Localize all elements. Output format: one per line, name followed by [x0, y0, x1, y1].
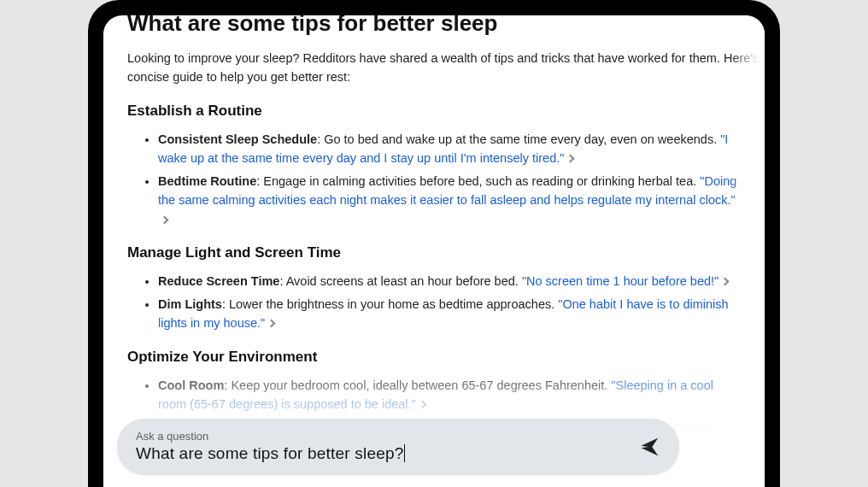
- item-text: Keep your bedroom cool, ideally between …: [231, 378, 611, 392]
- item-title: Dim Lights: [158, 297, 222, 311]
- sep: :: [222, 297, 229, 311]
- sep: :: [279, 274, 285, 288]
- screen: What are some tips for better sleep Look…: [103, 15, 765, 487]
- item-text: Avoid screens at least an hour before be…: [286, 274, 522, 288]
- sep: :: [317, 132, 324, 146]
- chevron-right-icon: [721, 278, 730, 286]
- intro-line2: concise guide to help you get better res…: [127, 70, 350, 84]
- item-text: Lower the brightness in your home as bed…: [229, 297, 558, 311]
- question-input[interactable]: What are some tips for better sleep?: [136, 443, 625, 464]
- item-title: Bedtime Routine: [158, 174, 256, 188]
- section-heading: Optimize Your Environment: [127, 349, 741, 366]
- input-value-text: What are some tips for better sleep?: [136, 444, 403, 462]
- chevron-right-icon: [418, 401, 426, 409]
- text-cursor-icon: [404, 444, 405, 462]
- send-icon: [638, 435, 662, 459]
- question-input-bar[interactable]: Ask a question What are some tips for be…: [117, 419, 679, 475]
- item-title: Reduce Screen Time: [158, 274, 279, 288]
- list-item: Bedtime Routine: Engage in calming activ…: [158, 172, 741, 229]
- section-heading: Establish a Routine: [127, 103, 741, 120]
- answer-content: What are some tips for better sleep Look…: [103, 15, 765, 487]
- input-label: Ask a question: [136, 430, 625, 443]
- item-title: Cool Room: [158, 378, 224, 392]
- item-text: Go to bed and wake up at the same time e…: [324, 132, 720, 146]
- tips-list: Consistent Sleep Schedule: Go to bed and…: [127, 130, 741, 229]
- section-heading: Manage Light and Screen Time: [127, 244, 741, 261]
- list-item: Cool Room: Keep your bedroom cool, ideal…: [158, 376, 741, 414]
- list-item: Reduce Screen Time: Avoid screens at lea…: [158, 272, 741, 290]
- item-text: Engage in calming activities before bed,…: [263, 174, 700, 188]
- intro-paragraph: Looking to improve your sleep? Redditors…: [127, 49, 741, 87]
- list-item: Consistent Sleep Schedule: Go to bed and…: [158, 130, 741, 168]
- quote-link[interactable]: "No screen time 1 hour before bed!": [522, 274, 718, 288]
- page-title: What are some tips for better sleep: [127, 15, 741, 37]
- send-button[interactable]: [638, 435, 662, 459]
- item-title: Consistent Sleep Schedule: [158, 132, 317, 146]
- intro-line1: Looking to improve your sleep? Redditors…: [127, 51, 765, 65]
- chevron-right-icon: [267, 320, 276, 328]
- tips-list: Reduce Screen Time: Avoid screens at lea…: [127, 272, 741, 332]
- chevron-right-icon: [161, 215, 169, 224]
- tablet-frame: What are some tips for better sleep Look…: [88, 0, 780, 487]
- chevron-right-icon: [566, 155, 575, 163]
- list-item: Dim Lights: Lower the brightness in your…: [158, 295, 741, 333]
